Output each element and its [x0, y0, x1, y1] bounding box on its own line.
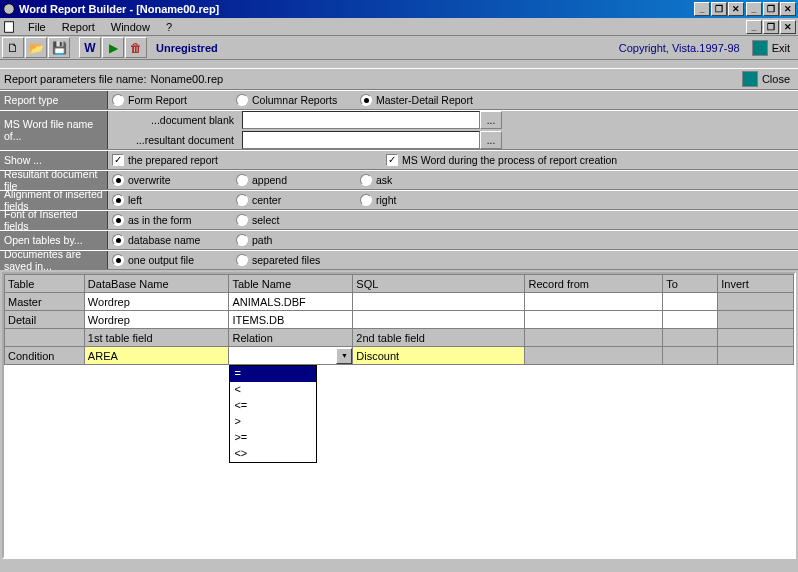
menu-report[interactable]: Report: [54, 19, 103, 35]
cell-detail-to[interactable]: [663, 311, 718, 329]
child-minimize-button[interactable]: _: [746, 20, 762, 34]
opt-form-report[interactable]: Form Report: [112, 94, 232, 106]
child-close-button[interactable]: ✕: [780, 20, 796, 34]
new-button[interactable]: 🗋: [2, 37, 24, 58]
hdr-invert: Invert: [718, 275, 794, 293]
menu-help[interactable]: ?: [158, 19, 180, 35]
param-file-label: Report parameters file name:: [4, 73, 146, 85]
chk-prepared-report[interactable]: the prepared report: [112, 154, 382, 166]
cell-master-sql[interactable]: [353, 293, 525, 311]
run-button[interactable]: ▶: [102, 37, 124, 58]
opt-path[interactable]: path: [236, 234, 356, 246]
opt-center[interactable]: center: [236, 194, 356, 206]
opt-append[interactable]: append: [236, 174, 356, 186]
cell-detail-tablename[interactable]: ITEMS.DB: [229, 311, 353, 329]
param-file-bar: Report parameters file name: Noname00.re…: [0, 68, 798, 90]
opt-dbname[interactable]: database name: [112, 234, 232, 246]
label-resultfile: Resultant document file: [0, 171, 108, 189]
mdi-close-button[interactable]: ✕: [728, 2, 744, 16]
grid-row-condition[interactable]: Condition AREA ▼ = < <= > >= <> Discount: [5, 347, 794, 365]
chevron-down-icon[interactable]: ▼: [336, 348, 352, 364]
svg-point-0: [4, 4, 15, 15]
opt-separated[interactable]: separeted files: [236, 254, 356, 266]
exit-button[interactable]: Exit: [746, 39, 796, 57]
opt-columnar-reports[interactable]: Columnar Reports: [236, 94, 356, 106]
hdr-table: Table: [5, 275, 85, 293]
browse-blank-button[interactable]: ...: [480, 111, 502, 129]
hdr-first-field: 1st table field: [84, 329, 229, 347]
cell-master-tablename[interactable]: ANIMALS.DBF: [229, 293, 353, 311]
close-button[interactable]: ✕: [780, 2, 796, 16]
menu-file[interactable]: File: [20, 19, 54, 35]
opt-overwrite[interactable]: overwrite: [112, 174, 232, 186]
cell-master-invert[interactable]: [718, 293, 794, 311]
opt-select-font[interactable]: select: [236, 214, 356, 226]
open-button[interactable]: 📂: [25, 37, 47, 58]
cell-master-recordfrom[interactable]: [525, 293, 663, 311]
minimize-button[interactable]: _: [746, 2, 762, 16]
opt-master-detail-report[interactable]: Master-Detail Report: [360, 94, 480, 106]
relation-option-lt[interactable]: <: [230, 382, 316, 398]
label-document-blank: ...document blank: [108, 114, 242, 126]
radio-selected-icon: [112, 254, 124, 266]
input-resultant-document[interactable]: [242, 131, 480, 149]
relation-option-ge[interactable]: >=: [230, 430, 316, 446]
cell-condition-first[interactable]: AREA: [84, 347, 229, 365]
relation-combo[interactable]: ▼: [229, 347, 352, 364]
grid-area: Table DataBase Name Table Name SQL Recor…: [2, 272, 796, 559]
rowhdr-condition: Condition: [5, 347, 85, 365]
radio-selected-icon: [112, 194, 124, 206]
close-icon: [742, 71, 758, 87]
grid-row-master[interactable]: Master Wordrep ANIMALS.DBF: [5, 293, 794, 311]
child-maximize-button[interactable]: ❐: [763, 20, 779, 34]
rowhdr-rel-empty: [5, 329, 85, 347]
svg-rect-1: [5, 21, 14, 32]
mdi-maximize-button[interactable]: ❐: [711, 2, 727, 16]
hdr-to: To: [663, 275, 718, 293]
relation-dropdown[interactable]: = < <= > >= <>: [229, 365, 317, 463]
relation-option-ne[interactable]: <>: [230, 446, 316, 462]
opt-one-output[interactable]: one output file: [112, 254, 232, 266]
hdr-recordfrom: Record from: [525, 275, 663, 293]
cell-detail-invert[interactable]: [718, 311, 794, 329]
label-font: Font of Inserted fields: [0, 211, 108, 229]
hdr-tablename: Table Name: [229, 275, 353, 293]
save-button[interactable]: 💾: [48, 37, 70, 58]
tables-grid[interactable]: Table DataBase Name Table Name SQL Recor…: [4, 274, 794, 365]
menubar: File Report Window ? _ ❐ ✕: [0, 18, 798, 36]
cell-condition-second[interactable]: Discount: [353, 347, 525, 365]
grid-relation-header: 1st table field Relation 2nd table field: [5, 329, 794, 347]
maximize-button[interactable]: ❐: [763, 2, 779, 16]
cell-detail-recordfrom[interactable]: [525, 311, 663, 329]
grid-row-detail[interactable]: Detail Wordrep ITEMS.DB: [5, 311, 794, 329]
row-alignment: Alignment of inserted fields left center…: [0, 190, 798, 210]
cell-master-dbname[interactable]: Wordrep: [84, 293, 229, 311]
opt-asinform[interactable]: as in the form: [112, 214, 232, 226]
opt-right[interactable]: right: [360, 194, 480, 206]
cell-detail-dbname[interactable]: Wordrep: [84, 311, 229, 329]
radio-icon: [360, 174, 372, 186]
doc-icon: [2, 20, 16, 34]
cell-detail-sql[interactable]: [353, 311, 525, 329]
relation-option-eq[interactable]: =: [230, 366, 316, 382]
hdr-dbname: DataBase Name: [84, 275, 229, 293]
word-button[interactable]: W: [79, 37, 101, 58]
label-report-type: Report type: [0, 91, 108, 109]
relation-option-le[interactable]: <=: [230, 398, 316, 414]
chk-msword-process[interactable]: MS Word during the process of report cre…: [386, 154, 686, 166]
radio-selected-icon: [112, 174, 124, 186]
registration-status: Unregistred: [156, 42, 218, 54]
menu-window[interactable]: Window: [103, 19, 158, 35]
mdi-minimize-button[interactable]: _: [694, 2, 710, 16]
input-document-blank[interactable]: [242, 111, 480, 129]
delete-button[interactable]: 🗑: [125, 37, 147, 58]
opt-ask[interactable]: ask: [360, 174, 480, 186]
opt-left[interactable]: left: [112, 194, 232, 206]
params-close-button[interactable]: Close: [738, 70, 794, 88]
grid-header-row: Table DataBase Name Table Name SQL Recor…: [5, 275, 794, 293]
relation-option-gt[interactable]: >: [230, 414, 316, 430]
browse-result-button[interactable]: ...: [480, 131, 502, 149]
label-opentables: Open tables by...: [0, 231, 108, 249]
cell-master-to[interactable]: [663, 293, 718, 311]
cell-condition-relation[interactable]: ▼ = < <= > >= <>: [229, 347, 353, 365]
